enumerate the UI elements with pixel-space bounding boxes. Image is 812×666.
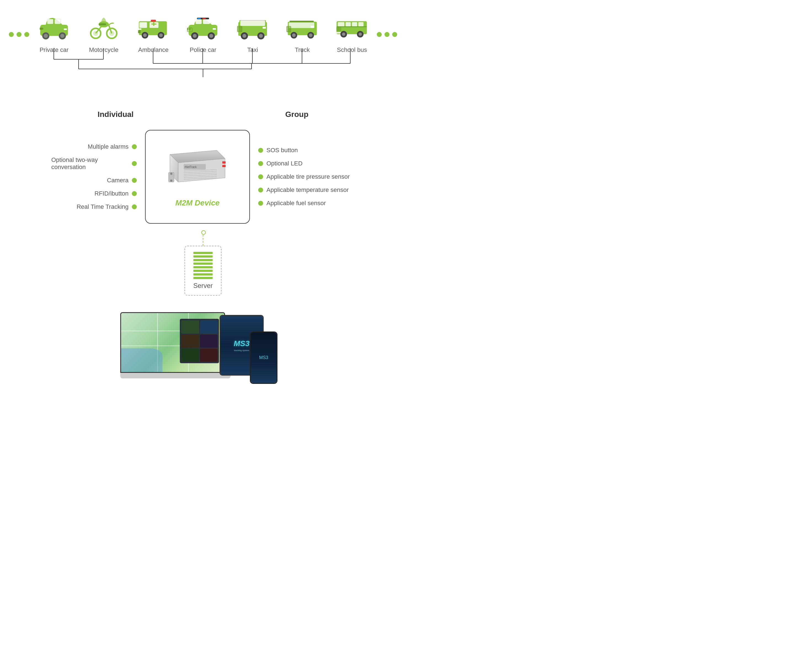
svg-rect-75 [338,22,345,26]
phone-ms3-text: MS3 [259,355,268,360]
feature-label-4: Real Time Tracking [77,203,129,210]
app-panel [180,319,219,363]
svg-rect-58 [262,27,266,29]
svg-rect-22 [151,20,156,21]
devices-area: MS3 tracking system MS3 [120,301,286,384]
svg-rect-73 [290,21,314,22]
app-tile-5 [181,349,199,362]
feature-label-2: Camera [107,177,129,184]
feature-label-r3: Applicable temperature sensor [266,186,348,194]
svg-text:•NetTrack: •NetTrack [185,165,197,168]
dot-right-2 [385,32,389,37]
taxi-icon [233,11,272,44]
stripe-4 [193,262,213,265]
svg-point-120 [170,173,172,175]
svg-rect-77 [352,22,357,26]
main-container: Private car [0,0,406,389]
dot-left-1 [9,32,14,37]
svg-point-24 [143,33,147,37]
stripe-8 [193,277,213,279]
features-right: SOS button Optional LED Applicable tire … [250,147,355,207]
top-section: Private car [0,5,406,119]
svg-point-69 [292,33,295,37]
svg-rect-78 [358,22,363,26]
school-bus-label: School bus [337,46,367,53]
vehicle-police-car: Police car [178,11,228,53]
feature-tire: Applicable tire pressure sensor [258,173,350,180]
feature-label-r0: SOS button [266,147,298,154]
motorcycle-icon [84,11,123,44]
device-box: •NetTrack M2M Device [145,130,250,224]
dots-right [377,32,397,53]
dot-left-2 [17,32,21,37]
svg-rect-34 [203,18,206,19]
dot-right-1 [377,32,382,37]
feature-led: Optional LED [258,160,302,167]
feature-dot-2 [132,178,137,183]
svg-point-91 [358,33,362,36]
feature-label-r2: Applicable tire pressure sensor [266,173,350,180]
feature-dot-r2 [258,174,263,179]
tablet-ms3-text: MS3 [234,339,249,348]
individual-label: Individual [97,110,134,119]
laptop [120,312,231,384]
app-tile-3 [181,335,199,348]
server-section: Server [0,232,406,384]
svg-rect-30 [196,19,201,24]
map-background [121,313,224,372]
group-label: Group [285,110,309,119]
svg-rect-28 [139,28,142,30]
svg-rect-72 [310,26,314,28]
server-box: Server [185,246,222,296]
feature-dot-r3 [258,188,263,193]
feature-dot-3 [132,191,137,196]
feature-dot-0 [132,144,137,149]
feature-dot-1 [132,161,137,166]
tablet-sub-text: tracking system [234,349,249,352]
svg-rect-8 [64,28,67,30]
feature-label-r4: Applicable fuel sensor [266,199,326,207]
truck-icon [283,11,322,44]
feature-multiple-alarms: Multiple alarms [88,143,137,150]
svg-rect-111 [222,162,226,163]
svg-point-38 [210,34,213,38]
police-car-label: Police car [190,46,216,53]
stripe-5 [193,266,213,268]
server-stripes [193,252,213,279]
svg-rect-76 [346,22,351,26]
vehicle-row: Private car [0,5,406,56]
svg-point-7 [60,34,64,38]
app-tile-6 [200,349,218,362]
vehicle-truck: Truck [277,11,327,53]
vehicle-ambulance: Ambulance [129,11,178,53]
svg-point-5 [44,34,48,38]
dots-left [9,32,29,53]
vehicle-private-car: Private car [29,11,79,53]
feature-label-r1: Optional LED [266,160,302,167]
ambulance-icon [134,11,173,44]
feature-rfid: RFID/ibutton [95,190,137,197]
svg-point-55 [243,34,246,38]
svg-point-89 [342,33,345,36]
svg-rect-79 [337,26,367,27]
laptop-screen [120,312,225,373]
vehicle-motorcycle: Motorcycle [79,11,129,53]
feature-temp: Applicable temperature sensor [258,186,348,194]
laptop-base [120,373,231,378]
app-tile-4 [200,335,218,348]
stripe-7 [193,273,213,275]
svg-point-57 [259,34,263,38]
features-left: Multiple alarms Optional two-way convers… [51,143,145,210]
private-car-label: Private car [40,46,68,53]
private-car-icon [35,11,73,44]
motorcycle-label: Motorcycle [89,46,118,53]
feature-camera: Camera [107,177,137,184]
feature-dot-4 [132,204,137,209]
school-bus-icon [333,11,371,44]
app-tile-2 [200,320,218,333]
police-car-icon [184,11,222,44]
svg-rect-16 [99,23,106,25]
stripe-3 [193,259,213,261]
phone: MS3 [250,331,277,384]
stripe-6 [193,270,213,272]
